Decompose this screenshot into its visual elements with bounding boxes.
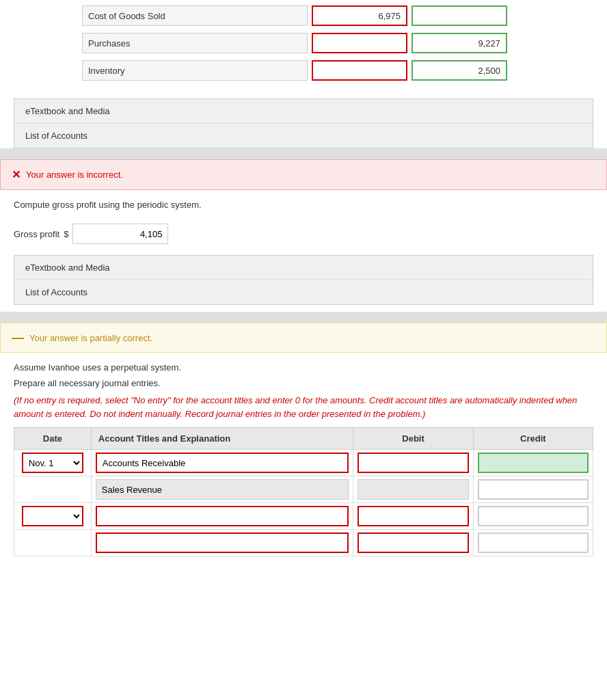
perpetual-instruction-text: Assume Ivanhoe uses a perpetual system. (14, 362, 593, 373)
debit-input-1b[interactable] (358, 479, 468, 500)
prepare-text: Prepare all necessary journal entries. (14, 378, 593, 388)
account-cell-1a (91, 450, 353, 476)
account-title-input-1a[interactable] (96, 453, 349, 473)
gross-profit-row: Gross profit $ (0, 224, 607, 255)
credit-input-2a[interactable] (478, 506, 589, 526)
journal-row-2a (14, 503, 593, 530)
x-icon: ✕ (12, 168, 21, 181)
inventory-row (82, 60, 525, 81)
inventory-label-input[interactable] (82, 60, 308, 81)
purchases-label-input[interactable] (82, 33, 308, 53)
credit-input-1b[interactable] (478, 479, 589, 500)
date-cell-1b (14, 476, 92, 503)
gross-profit-question-text: Compute gross profit using the periodic … (14, 200, 593, 210)
account-title-input-2b[interactable] (96, 533, 349, 553)
date-header: Date (14, 428, 92, 450)
incorrect-alert: ✕ Your answer is incorrect. (0, 159, 607, 190)
date-cell-2b (14, 530, 92, 556)
purchases-debit-input[interactable] (312, 33, 407, 53)
separator-2 (0, 312, 607, 323)
credit-input-1a[interactable] (478, 453, 589, 473)
list-of-accounts-link-1[interactable]: List of Accounts (14, 124, 593, 148)
account-title-input-1b[interactable] (96, 479, 349, 500)
cogs-debit-input[interactable] (312, 5, 407, 26)
dollar-sign: $ (64, 229, 68, 239)
gross-profit-label: Gross profit (14, 229, 59, 239)
incorrect-message: Your answer is incorrect. (26, 170, 123, 180)
journal-table-header: Date Account Titles and Explanation Debi… (14, 428, 593, 450)
journal-row-2b (14, 530, 593, 556)
journal-table: Date Account Titles and Explanation Debi… (14, 427, 593, 556)
purchases-credit-input[interactable] (412, 33, 507, 53)
info-links-1: eTextbook and Media List of Accounts (14, 98, 593, 148)
credit-cell-2b (473, 530, 593, 556)
account-cell-1b (91, 476, 353, 503)
info-links-2: eTextbook and Media List of Accounts (14, 255, 593, 305)
credit-cell-1a (473, 450, 593, 476)
gross-profit-question: Compute gross profit using the periodic … (0, 190, 607, 224)
date-select-1[interactable]: Nov. 1 (22, 453, 83, 473)
debit-cell-2a (353, 503, 473, 530)
inventory-credit-input[interactable] (412, 60, 507, 81)
credit-cell-2a (473, 503, 593, 530)
credit-header: Credit (473, 428, 593, 450)
date-cell-2 (14, 503, 92, 530)
separator-1 (0, 148, 607, 159)
account-title-input-2a[interactable] (96, 506, 349, 526)
debit-cell-1b (353, 476, 473, 503)
date-select-2[interactable] (22, 506, 83, 526)
account-header: Account Titles and Explanation (91, 428, 353, 450)
partial-message: Your answer is partially correct. (29, 333, 152, 343)
credit-input-2b[interactable] (478, 533, 589, 553)
debit-cell-2b (353, 530, 473, 556)
gross-profit-input[interactable] (72, 224, 168, 244)
list-of-accounts-link-2[interactable]: List of Accounts (14, 280, 593, 304)
perpetual-section: Assume Ivanhoe uses a perpetual system. … (0, 353, 607, 563)
journal-row-1a: Nov. 1 (14, 450, 593, 476)
account-cell-2b (91, 530, 353, 556)
debit-cell-1a (353, 450, 473, 476)
cogs-section (0, 0, 607, 98)
etextbook-link-2[interactable]: eTextbook and Media (14, 256, 593, 280)
debit-input-2b[interactable] (358, 533, 468, 553)
italic-note: (If no entry is required, select "No ent… (14, 394, 593, 420)
debit-input-2a[interactable] (358, 506, 468, 526)
dash-icon: — (12, 332, 24, 344)
cogs-credit-input[interactable] (412, 5, 507, 26)
debit-input-1a[interactable] (358, 453, 468, 473)
journal-row-1b (14, 476, 593, 503)
debit-header: Debit (353, 428, 473, 450)
inventory-debit-input[interactable] (312, 60, 407, 81)
etextbook-link-1[interactable]: eTextbook and Media (14, 99, 593, 124)
purchases-row (82, 33, 525, 53)
date-cell-1: Nov. 1 (14, 450, 92, 476)
credit-cell-1b (473, 476, 593, 503)
account-cell-2a (91, 503, 353, 530)
partial-alert: — Your answer is partially correct. (0, 323, 607, 353)
cogs-label-input[interactable] (82, 5, 308, 26)
cogs-row (82, 5, 525, 26)
